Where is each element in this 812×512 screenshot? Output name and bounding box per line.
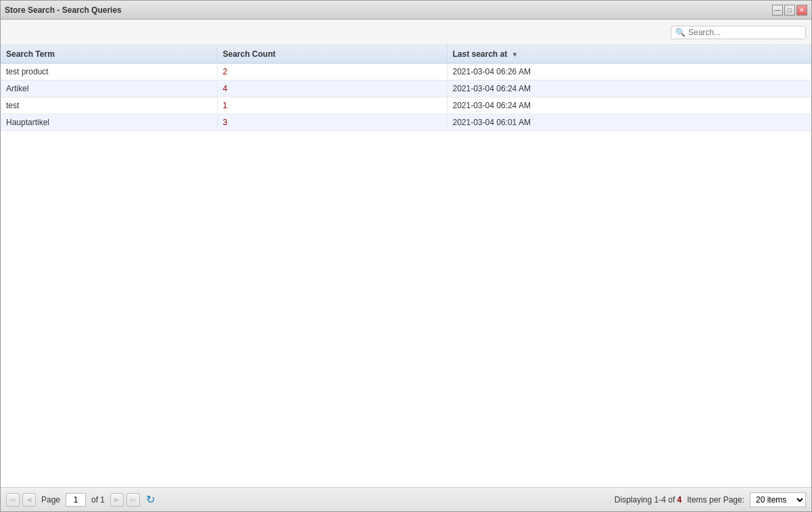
cell-last: 2021-03-04 06:24 AM	[447, 97, 811, 114]
data-table: Search Term Search Count Last search at …	[1, 45, 811, 131]
cell-term: test product	[1, 64, 217, 80]
cell-term: Artikel	[1, 80, 217, 97]
window-controls: — □ ✕	[772, 5, 807, 16]
toolbar: 🔍	[1, 20, 811, 45]
column-header-count[interactable]: Search Count	[217, 45, 447, 64]
cell-last: 2021-03-04 06:26 AM	[447, 64, 811, 80]
last-page-button[interactable]: ⏭	[126, 493, 140, 507]
footer: ⏮ ◀ Page of 1 ▶ ⏭ ↻ Displaying 1-4 of 4 …	[1, 487, 811, 511]
table-row: Artikel42021-03-04 06:24 AM	[1, 80, 811, 97]
title-bar: Store Search - Search Queries — □ ✕	[1, 1, 811, 20]
search-input[interactable]	[688, 28, 796, 37]
main-window: Store Search - Search Queries — □ ✕ 🔍 Se…	[0, 0, 812, 512]
table-row: Hauptartikel32021-03-04 06:01 AM	[1, 114, 811, 131]
pagination: ⏮ ◀ Page of 1 ▶ ⏭ ↻	[6, 492, 158, 507]
table-container: Search Term Search Count Last search at …	[1, 45, 811, 487]
column-header-term[interactable]: Search Term	[1, 45, 217, 64]
window-title: Store Search - Search Queries	[5, 5, 122, 15]
refresh-button[interactable]: ↻	[143, 492, 158, 507]
cell-last: 2021-03-04 06:01 AM	[447, 114, 811, 131]
cell-last: 2021-03-04 06:24 AM	[447, 80, 811, 97]
cell-term: test	[1, 97, 217, 114]
displaying-text: Displaying 1-4 of 4	[615, 495, 682, 505]
prev-page-button[interactable]: ◀	[22, 493, 36, 507]
items-per-page-label: Items per Page:	[687, 495, 744, 505]
table-row: test product22021-03-04 06:26 AM	[1, 64, 811, 80]
cell-count: 2	[217, 64, 447, 80]
sort-indicator: ▼	[512, 51, 519, 58]
items-per-page-select[interactable]: 10 items20 items50 items100 items	[750, 492, 806, 507]
minimize-button[interactable]: —	[772, 5, 783, 16]
next-page-button[interactable]: ▶	[110, 493, 124, 507]
page-of-label: of 1	[91, 495, 105, 505]
close-button[interactable]: ✕	[796, 5, 807, 16]
cell-count: 4	[217, 80, 447, 97]
search-icon: 🔍	[675, 28, 686, 37]
page-number-input[interactable]	[66, 493, 86, 507]
cell-count: 1	[217, 97, 447, 114]
table-row: test12021-03-04 06:24 AM	[1, 97, 811, 114]
search-box: 🔍	[671, 26, 806, 39]
table-header: Search Term Search Count Last search at …	[1, 45, 811, 64]
page-label: Page	[41, 495, 60, 505]
maximize-button[interactable]: □	[784, 5, 795, 16]
table-body: test product22021-03-04 06:26 AMArtikel4…	[1, 64, 811, 131]
cell-count: 3	[217, 114, 447, 131]
first-page-button[interactable]: ⏮	[6, 493, 20, 507]
column-header-last[interactable]: Last search at ▼	[447, 45, 811, 64]
cell-term: Hauptartikel	[1, 114, 217, 131]
footer-right: Displaying 1-4 of 4 Items per Page: 10 i…	[615, 492, 806, 507]
